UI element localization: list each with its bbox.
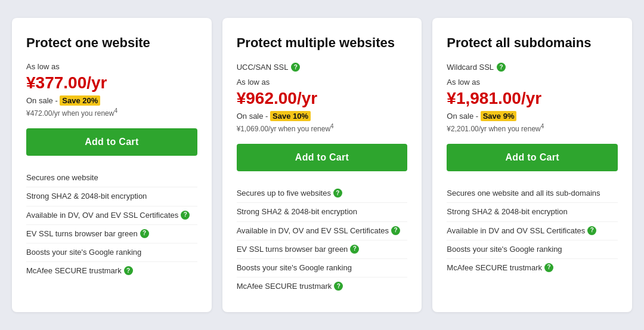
on-sale-label: On sale - Save 20% bbox=[26, 96, 197, 105]
feature-text: Strong SHA2 & 2048-bit encryption bbox=[447, 206, 567, 217]
feature-help-icon-4[interactable]: ? bbox=[544, 263, 553, 272]
feature-item: Available in DV, OV and EV SSL Certifica… bbox=[26, 206, 197, 224]
feature-text: McAfee SECURE trustmark bbox=[447, 263, 542, 273]
feature-item: EV SSL turns browser bar green? bbox=[26, 224, 197, 243]
feature-help-icon-0[interactable]: ? bbox=[333, 189, 342, 198]
feature-text: Secures one website bbox=[26, 172, 98, 183]
pricing-card-protect-multiple: Protect multiple websites UCC/SAN SSL ? … bbox=[222, 18, 422, 313]
save-badge: Save 20% bbox=[60, 95, 100, 106]
pricing-cards-container: Protect one website As low as ¥377.00/yr… bbox=[12, 18, 632, 313]
feature-item: Secures one website bbox=[26, 169, 197, 187]
feature-text: Available in DV, OV and EV SSL Certifica… bbox=[26, 210, 178, 221]
feature-item: Boosts your site's Google ranking bbox=[26, 243, 197, 261]
on-sale-label: On sale - Save 9% bbox=[447, 112, 618, 121]
feature-help-icon-5[interactable]: ? bbox=[124, 266, 133, 275]
feature-help-icon-3[interactable]: ? bbox=[140, 229, 149, 238]
features-list: Secures up to five websites? Strong SHA2… bbox=[237, 184, 408, 295]
feature-item: Strong SHA2 & 2048-bit encryption bbox=[447, 202, 618, 221]
feature-item: McAfee SECURE trustmark? bbox=[447, 258, 618, 277]
pricing-card-protect-one: Protect one website As low as ¥377.00/yr… bbox=[12, 18, 212, 313]
ssl-type-help-icon[interactable]: ? bbox=[291, 63, 300, 72]
feature-help-icon-5[interactable]: ? bbox=[334, 282, 343, 291]
on-sale-text: On sale - bbox=[447, 112, 480, 121]
renew-price: ¥2,201.00/yr when you renew4 bbox=[447, 123, 618, 133]
feature-item: McAfee SECURE trustmark? bbox=[26, 261, 197, 280]
feature-text: McAfee SECURE trustmark bbox=[237, 281, 332, 292]
feature-item: Strong SHA2 & 2048-bit encryption bbox=[26, 187, 197, 205]
feature-item: Available in DV and OV SSL Certificates? bbox=[447, 221, 618, 240]
feature-text: EV SSL turns browser bar green bbox=[26, 229, 138, 239]
feature-text: Strong SHA2 & 2048-bit encryption bbox=[26, 191, 147, 202]
feature-item: Secures up to five websites? bbox=[237, 184, 408, 202]
add-to-cart-button[interactable]: Add to Cart bbox=[237, 144, 408, 171]
feature-text: Secures up to five websites bbox=[237, 188, 331, 199]
feature-text: McAfee SECURE trustmark bbox=[26, 266, 122, 276]
feature-text: EV SSL turns browser bar green bbox=[237, 244, 348, 255]
pricing-card-protect-all: Protect all subdomains Wildcard SSL ? As… bbox=[432, 18, 632, 313]
feature-item: EV SSL turns browser bar green? bbox=[237, 240, 408, 258]
card-price: ¥962.00/yr bbox=[237, 89, 408, 108]
renew-price: ¥1,069.00/yr when you renew4 bbox=[237, 123, 408, 133]
features-list: Secures one website Strong SHA2 & 2048-b… bbox=[26, 169, 197, 280]
add-to-cart-button[interactable]: Add to Cart bbox=[447, 144, 618, 171]
feature-text: Available in DV, OV and EV SSL Certifica… bbox=[237, 226, 389, 236]
feature-help-icon-2[interactable]: ? bbox=[181, 211, 190, 220]
ssl-type-help-icon[interactable]: ? bbox=[497, 63, 506, 72]
feature-text: Strong SHA2 & 2048-bit encryption bbox=[237, 206, 357, 217]
feature-help-icon-2[interactable]: ? bbox=[391, 226, 400, 235]
on-sale-text: On sale - bbox=[26, 96, 60, 105]
card-price: ¥377.00/yr bbox=[26, 73, 197, 92]
renew-price: ¥472.00/yr when you renew4 bbox=[26, 107, 197, 118]
feature-item: Secures one website and all its sub-doma… bbox=[447, 184, 618, 202]
feature-text: Boosts your site's Google ranking bbox=[26, 247, 141, 258]
save-badge: Save 9% bbox=[481, 111, 517, 121]
as-low-as-label: As low as bbox=[237, 78, 408, 87]
ssl-type-label: Wildcard SSL ? bbox=[447, 62, 618, 72]
add-to-cart-button[interactable]: Add to Cart bbox=[26, 128, 197, 156]
save-badge: Save 10% bbox=[270, 111, 311, 121]
feature-item: Strong SHA2 & 2048-bit encryption bbox=[237, 202, 408, 221]
feature-text: Boosts your site's Google ranking bbox=[447, 244, 562, 255]
on-sale-label: On sale - Save 10% bbox=[237, 112, 408, 121]
feature-item: Boosts your site's Google ranking bbox=[237, 258, 408, 277]
card-price: ¥1,981.00/yr bbox=[447, 89, 618, 108]
card-title: Protect all subdomains bbox=[447, 35, 618, 52]
feature-item: Boosts your site's Google ranking bbox=[447, 240, 618, 258]
as-low-as-label: As low as bbox=[26, 62, 197, 71]
card-title: Protect multiple websites bbox=[237, 35, 408, 52]
feature-item: Available in DV, OV and EV SSL Certifica… bbox=[237, 221, 408, 240]
feature-text: Secures one website and all its sub-doma… bbox=[447, 188, 600, 199]
feature-help-icon-3[interactable]: ? bbox=[350, 245, 359, 254]
feature-item: McAfee SECURE trustmark? bbox=[237, 277, 408, 295]
feature-help-icon-2[interactable]: ? bbox=[587, 226, 596, 235]
on-sale-text: On sale - bbox=[237, 112, 270, 121]
feature-text: Available in DV and OV SSL Certificates bbox=[447, 226, 585, 236]
as-low-as-label: As low as bbox=[447, 78, 618, 87]
card-title: Protect one website bbox=[26, 35, 197, 52]
features-list: Secures one website and all its sub-doma… bbox=[447, 184, 618, 277]
ssl-type-label: UCC/SAN SSL ? bbox=[237, 62, 408, 72]
feature-text: Boosts your site's Google ranking bbox=[237, 263, 352, 273]
